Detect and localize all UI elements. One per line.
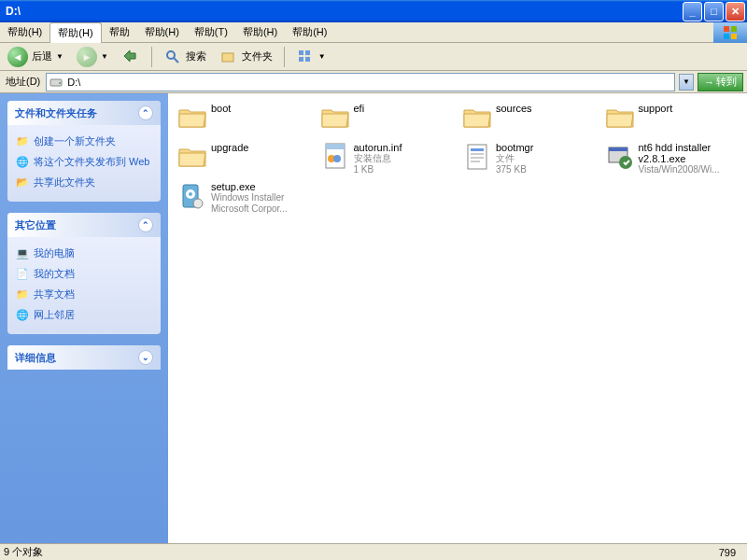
panel-file-tasks-title: 文件和文件夹任务 [15, 106, 97, 120]
svg-rect-3 [731, 34, 737, 39]
address-dropdown-button[interactable]: ▼ [679, 74, 694, 91]
collapse-icon-2: ⌃ [138, 217, 153, 232]
file-name: upgrade [211, 142, 248, 153]
file-item-setup-exe[interactable]: setup.exeWindows InstallerMicrosoft Corp… [177, 181, 311, 215]
file-icon [320, 142, 350, 172]
panel-details-header[interactable]: 详细信息 ⌄ [7, 345, 161, 370]
back-icon: ◄ [7, 47, 28, 67]
window-title: D:\ [6, 5, 681, 18]
folder-icon [177, 103, 207, 133]
file-view[interactable]: bootefisourcessupportupgradeautorun.inf安… [168, 93, 747, 543]
link-shared-docs[interactable]: 📁共享文档 [15, 284, 153, 304]
menu-item-0[interactable]: 帮助(H) [0, 22, 49, 42]
up-icon [121, 48, 140, 66]
svg-rect-6 [222, 53, 233, 62]
search-icon [163, 48, 182, 66]
file-size: 375 KB [496, 164, 533, 175]
menu-item-2[interactable]: 帮助 [102, 22, 137, 42]
back-button[interactable]: ◄ 后退 ▼ [4, 45, 67, 69]
toolbar-separator-2 [284, 47, 285, 67]
file-icon [462, 142, 492, 172]
panel-file-tasks-header[interactable]: 文件和文件夹任务 ⌃ [7, 101, 161, 125]
svg-rect-20 [471, 157, 484, 159]
file-name: bootmgr [496, 142, 533, 153]
menu-item-3[interactable]: 帮助(H) [137, 22, 187, 42]
back-label: 后退 [32, 49, 52, 63]
folders-button[interactable]: 文件夹 [216, 46, 276, 68]
link-new-folder[interactable]: 📁创建一个新文件夹 [15, 131, 153, 151]
maximize-button[interactable]: □ [704, 2, 724, 21]
file-info: bootmgr文件375 KB [496, 142, 533, 175]
svg-rect-8 [305, 50, 310, 55]
svg-rect-18 [471, 148, 484, 151]
toolbar-separator [151, 47, 152, 67]
main-area: 文件和文件夹任务 ⌃ 📁创建一个新文件夹 🌐将这个文件夹发布到 Web 📂共享此… [0, 93, 747, 543]
panel-other-places-title: 其它位置 [15, 218, 56, 232]
address-bar: 地址(D) D:\ ▼ → 转到 [0, 71, 747, 93]
link-my-computer[interactable]: 💻我的电脑 [15, 243, 153, 263]
link-my-documents[interactable]: 📄我的文档 [15, 263, 153, 284]
file-item-nt6-hdd-installer-v2-8-1-exe[interactable]: nt6 hdd installer v2.8.1.exeVista/Win200… [605, 142, 739, 175]
file-info: autorun.inf安装信息1 KB [354, 142, 402, 175]
xp-flag-icon [713, 22, 747, 43]
up-button[interactable] [118, 46, 144, 68]
file-name: nt6 hdd installer v2.8.1.exe [639, 142, 739, 164]
file-name: autorun.inf [354, 142, 402, 153]
file-name: setup.exe [211, 181, 288, 192]
svg-rect-21 [471, 161, 480, 162]
file-item-efi[interactable]: efi [320, 103, 454, 136]
file-item-sources[interactable]: sources [462, 103, 596, 136]
search-button[interactable]: 搜索 [160, 46, 210, 68]
link-share-folder[interactable]: 📂共享此文件夹 [15, 172, 153, 192]
file-desc: Vista/Win2008/Wi... [639, 164, 739, 175]
forward-button[interactable]: ► ▼ [73, 45, 112, 69]
file-desc: 文件 [496, 153, 533, 164]
minimize-button[interactable]: _ [683, 2, 702, 21]
new-folder-icon: 📁 [15, 133, 30, 148]
svg-rect-19 [471, 153, 484, 155]
file-item-support[interactable]: support [605, 103, 739, 136]
svg-point-12 [59, 82, 61, 84]
forward-dropdown-icon: ▼ [101, 52, 108, 61]
file-icon [177, 181, 207, 211]
collapse-icon: ⌃ [138, 105, 153, 120]
file-info: setup.exeWindows InstallerMicrosoft Corp… [211, 181, 288, 215]
menu-bar: 帮助(H) 帮助(H) 帮助 帮助(H) 帮助(T) 帮助(H) 帮助(H) [0, 22, 747, 43]
file-desc: Windows Installer [211, 192, 288, 203]
forward-icon: ► [77, 47, 97, 67]
folder-icon [605, 103, 635, 133]
folder-icon [177, 142, 207, 172]
panel-other-places-header[interactable]: 其它位置 ⌃ [7, 213, 161, 237]
link-publish-web[interactable]: 🌐将这个文件夹发布到 Web [15, 151, 153, 172]
close-button[interactable]: ✕ [726, 2, 745, 21]
folders-icon [219, 48, 238, 66]
window-titlebar: D:\ _ □ ✕ [0, 0, 747, 22]
file-info: support [639, 103, 673, 114]
svg-point-24 [619, 156, 632, 169]
go-button[interactable]: → 转到 [698, 73, 743, 91]
folder-icon [462, 103, 492, 133]
views-button[interactable]: ▼ [292, 46, 330, 68]
file-info: nt6 hdd installer v2.8.1.exeVista/Win200… [639, 142, 739, 175]
link-network[interactable]: 🌐网上邻居 [15, 304, 153, 325]
file-item-bootmgr[interactable]: bootmgr文件375 KB [462, 142, 596, 175]
network-icon: 🌐 [15, 307, 30, 322]
svg-rect-14 [326, 144, 345, 149]
svg-point-27 [189, 192, 192, 196]
file-item-boot[interactable]: boot [177, 103, 311, 136]
go-label: 转到 [716, 75, 737, 89]
menu-item-4[interactable]: 帮助(T) [187, 22, 235, 42]
panel-details: 详细信息 ⌄ [7, 345, 161, 370]
address-input[interactable]: D:\ [46, 73, 675, 91]
address-value: D:\ [67, 77, 80, 88]
menu-item-5[interactable]: 帮助(H) [235, 22, 285, 42]
status-object-count: 9 个对象 [4, 545, 719, 559]
file-item-upgrade[interactable]: upgrade [177, 142, 311, 175]
menu-item-6[interactable]: 帮助(H) [285, 22, 334, 42]
menu-item-1[interactable]: 帮助(H) [49, 22, 101, 43]
file-item-autorun-inf[interactable]: autorun.inf安装信息1 KB [320, 142, 454, 175]
search-label: 搜索 [186, 49, 206, 63]
svg-line-5 [174, 58, 178, 63]
file-info: boot [211, 103, 231, 114]
file-name: efi [354, 103, 365, 114]
